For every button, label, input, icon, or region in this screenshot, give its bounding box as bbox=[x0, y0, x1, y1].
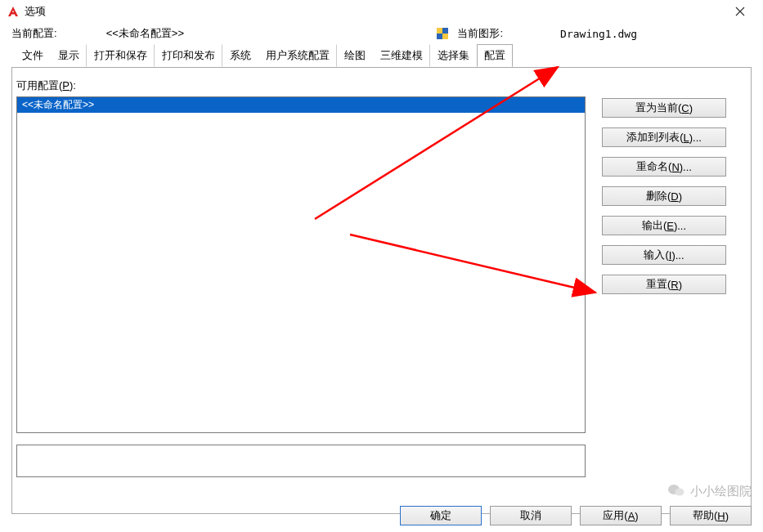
cancel-button[interactable]: 取消 bbox=[490, 506, 572, 525]
svg-rect-1 bbox=[437, 28, 442, 34]
tab-display[interactable]: 显示 bbox=[51, 44, 87, 67]
current-config-value: <<未命名配置>> bbox=[106, 26, 184, 41]
tab-content: 可用配置(P): <<未命名配置>> 置为当前(C) 添加到列表(L)... 重… bbox=[0, 67, 763, 485]
titlebar: 选项 bbox=[0, 0, 763, 23]
set-current-button[interactable]: 置为当前(C) bbox=[602, 98, 726, 118]
description-box bbox=[16, 445, 586, 477]
app-icon bbox=[7, 5, 20, 18]
current-drawing-value: Drawing1.dwg bbox=[560, 28, 637, 40]
window-title: 选项 bbox=[25, 4, 46, 19]
ok-button[interactable]: 确定 bbox=[400, 506, 482, 525]
tab-profiles[interactable]: 配置 bbox=[477, 44, 513, 67]
tabs: 文件 显示 打开和保存 打印和发布 系统 用户系统配置 绘图 三维建模 选择集 … bbox=[0, 44, 763, 67]
export-button[interactable]: 输出(E)... bbox=[602, 216, 726, 235]
svg-rect-2 bbox=[442, 34, 448, 39]
current-config-label: 当前配置: bbox=[11, 26, 57, 41]
tab-3d-modeling[interactable]: 三维建模 bbox=[373, 44, 430, 67]
reset-button[interactable]: 重置(R) bbox=[602, 275, 726, 294]
import-button[interactable]: 输入(I)... bbox=[602, 245, 726, 265]
drawing-icon bbox=[436, 27, 449, 40]
tab-selection[interactable]: 选择集 bbox=[430, 44, 477, 67]
svg-point-4 bbox=[675, 489, 684, 496]
side-buttons: 置为当前(C) 添加到列表(L)... 重命名(N)... 删除(D) 输出(E… bbox=[602, 98, 726, 294]
rename-button[interactable]: 重命名(N)... bbox=[602, 157, 726, 177]
current-drawing-label: 当前图形: bbox=[457, 26, 503, 41]
tab-files[interactable]: 文件 bbox=[15, 44, 51, 67]
available-profiles-label: 可用配置(P): bbox=[16, 78, 747, 93]
help-button[interactable]: 帮助(H) bbox=[670, 506, 752, 525]
delete-button[interactable]: 删除(D) bbox=[602, 186, 726, 206]
info-row: 当前配置: <<未命名配置>> 当前图形: Drawing1.dwg bbox=[0, 23, 763, 42]
add-to-list-button[interactable]: 添加到列表(L)... bbox=[602, 127, 726, 147]
tab-system[interactable]: 系统 bbox=[222, 44, 258, 67]
tab-drafting[interactable]: 绘图 bbox=[337, 44, 373, 67]
bottom-buttons: 确定 取消 应用(A) 帮助(H) bbox=[400, 506, 752, 525]
apply-button[interactable]: 应用(A) bbox=[580, 506, 662, 525]
tab-open-save[interactable]: 打开和保存 bbox=[87, 44, 155, 67]
profiles-listbox[interactable]: <<未命名配置>> bbox=[16, 96, 586, 433]
close-button[interactable] bbox=[724, 2, 756, 21]
list-item[interactable]: <<未命名配置>> bbox=[17, 97, 585, 113]
tab-user-prefs[interactable]: 用户系统配置 bbox=[258, 44, 337, 67]
tab-print-publish[interactable]: 打印和发布 bbox=[155, 44, 222, 67]
watermark-text: 小小绘图院 bbox=[690, 484, 752, 499]
